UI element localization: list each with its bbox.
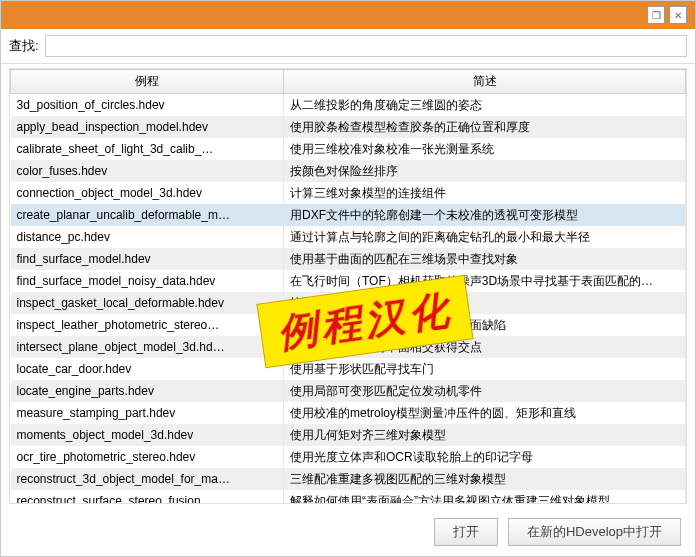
cell-name: moments_object_model_3d.hdev [11,424,284,446]
table-row[interactable]: color_fuses.hdev按颜色对保险丝排序 [11,160,686,182]
table-row[interactable]: apply_bead_inspection_model.hdev使用胶条检查模型… [11,116,686,138]
cell-name: inspect_gasket_local_deformable.hdev [11,292,284,314]
cell-desc: 使用基于形状匹配寻找车门 [284,358,686,380]
table-row[interactable]: measure_stamping_part.hdev使用校准的metroloy模… [11,402,686,424]
cell-desc: 使用校准的metroloy模型测量冲压件的圆、矩形和直线 [284,402,686,424]
cell-name: create_planar_uncalib_deformable_m… [11,204,284,226]
table-row[interactable]: ocr_tire_photometric_stereo.hdev使用光度立体声和… [11,446,686,468]
cell-desc: 按颜色对保险丝排序 [284,160,686,182]
cell-name: reconstruct_3d_object_model_for_ma… [11,468,284,490]
cell-name: apply_bead_inspection_model.hdev [11,116,284,138]
cell-name: intersect_plane_object_model_3d.hd… [11,336,284,358]
cell-name: find_surface_model.hdev [11,248,284,270]
table-row[interactable]: intersect_plane_object_model_3d.hd…将三维对象… [11,336,686,358]
col-header-desc[interactable]: 简述 [284,70,686,94]
table-row[interactable]: inspect_gasket_local_deformable.hdev找到并检… [11,292,686,314]
cell-desc: 从二维投影的角度确定三维圆的姿态 [284,94,686,117]
cell-name: color_fuses.hdev [11,160,284,182]
table-row[interactable]: calibrate_sheet_of_light_3d_calib_…使用三维校… [11,138,686,160]
footer: 打开 在新的HDevelop中打开 [1,508,695,556]
table-row[interactable]: distance_pc.hdev通过计算点与轮廓之间的距离确定钻孔的最小和最大半… [11,226,686,248]
table-row[interactable]: connection_object_model_3d.hdev计算三维对象模型的… [11,182,686,204]
titlebar: ❐ ✕ [1,1,695,29]
table-header-row: 例程 简述 [11,70,686,94]
cell-name: 3d_position_of_circles.hdev [11,94,284,117]
cell-desc: 将三维对象模型与平面相交获得交点 [284,336,686,358]
table-row[interactable]: create_planar_uncalib_deformable_m…用DXF文… [11,204,686,226]
cell-name: find_surface_model_noisy_data.hdev [11,270,284,292]
table-row[interactable]: find_surface_model.hdev使用基于曲面的匹配在三维场景中查找… [11,248,686,270]
example-table: 例程 简述 3d_position_of_circles.hdev从二维投影的角… [10,69,686,504]
open-new-button[interactable]: 在新的HDevelop中打开 [508,518,681,546]
cell-desc: 找到并检查垫圈 [284,292,686,314]
cell-name: locate_engine_parts.hdev [11,380,284,402]
cell-desc: 使用局部可变形匹配定位发动机零件 [284,380,686,402]
col-header-name[interactable]: 例程 [11,70,284,94]
cell-desc: 使用胶条检查模型检查胶条的正确位置和厚度 [284,116,686,138]
restore-icon[interactable]: ❐ [647,6,665,24]
cell-name: distance_pc.hdev [11,226,284,248]
open-button[interactable]: 打开 [434,518,498,546]
cell-name: ocr_tire_photometric_stereo.hdev [11,446,284,468]
cell-desc: 在飞行时间（TOF）相机获取的噪声3D场景中寻找基于表面匹配的… [284,270,686,292]
cell-desc: 使用光度立体从皮革样品中提取表面缺陷 [284,314,686,336]
cell-desc: 使用三维校准对象校准一张光测量系统 [284,138,686,160]
table-row[interactable]: reconstruct_surface_stereo_fusion_…解释如何使… [11,490,686,504]
cell-desc: 计算三维对象模型的连接组件 [284,182,686,204]
cell-desc: 三维配准重建多视图匹配的三维对象模型 [284,468,686,490]
cell-name: reconstruct_surface_stereo_fusion_… [11,490,284,504]
cell-name: connection_object_model_3d.hdev [11,182,284,204]
search-input[interactable] [45,35,687,57]
close-icon[interactable]: ✕ [669,6,687,24]
table-row[interactable]: moments_object_model_3d.hdev使用几何矩对齐三维对象模… [11,424,686,446]
example-table-wrap[interactable]: 例程 简述 3d_position_of_circles.hdev从二维投影的角… [9,68,687,504]
cell-desc: 解释如何使用“表面融合”方法用多视图立体重建三维对象模型 [284,490,686,504]
app-window: ❐ ✕ 查找: 例程 简述 3d_position_of_circles.hde… [0,0,696,557]
table-row[interactable]: 3d_position_of_circles.hdev从二维投影的角度确定三维圆… [11,94,686,117]
cell-desc: 用DXF文件中的轮廓创建一个未校准的透视可变形模型 [284,204,686,226]
cell-desc: 通过计算点与轮廓之间的距离确定钻孔的最小和最大半径 [284,226,686,248]
search-bar: 查找: [1,29,695,64]
table-row[interactable]: find_surface_model_noisy_data.hdev在飞行时间（… [11,270,686,292]
search-label: 查找: [9,37,39,55]
cell-name: measure_stamping_part.hdev [11,402,284,424]
cell-desc: 使用光度立体声和OCR读取轮胎上的印记字母 [284,446,686,468]
table-row[interactable]: locate_car_door.hdev使用基于形状匹配寻找车门 [11,358,686,380]
cell-name: locate_car_door.hdev [11,358,284,380]
cell-name: inspect_leather_photometric_stereo… [11,314,284,336]
cell-name: calibrate_sheet_of_light_3d_calib_… [11,138,284,160]
table-row[interactable]: reconstruct_3d_object_model_for_ma…三维配准重… [11,468,686,490]
table-row[interactable]: locate_engine_parts.hdev使用局部可变形匹配定位发动机零件 [11,380,686,402]
cell-desc: 使用基于曲面的匹配在三维场景中查找对象 [284,248,686,270]
cell-desc: 使用几何矩对齐三维对象模型 [284,424,686,446]
table-row[interactable]: inspect_leather_photometric_stereo…使用光度立… [11,314,686,336]
